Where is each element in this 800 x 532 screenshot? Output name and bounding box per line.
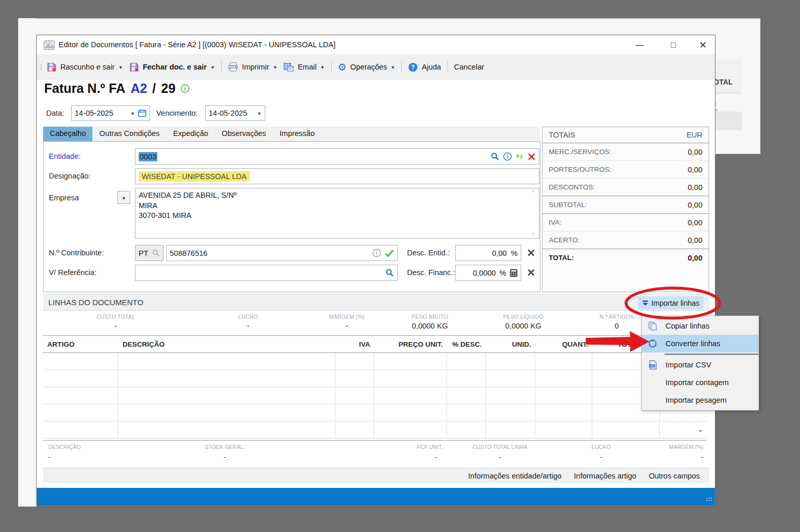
table-cell[interactable]	[486, 404, 535, 421]
desc-financ-input[interactable]: 0,0000 %	[455, 265, 521, 281]
sync-icon[interactable]	[516, 152, 524, 161]
email-dropdown-caret[interactable]: ▼	[320, 64, 325, 70]
table-cell[interactable]	[535, 404, 592, 421]
table-cell[interactable]	[447, 404, 486, 421]
textarea-scroll-up-icon[interactable]: ⌃	[531, 190, 536, 196]
tab-observacoes[interactable]: Observações	[215, 127, 273, 141]
table-cell[interactable]	[486, 387, 535, 404]
empresa-address-textarea[interactable]: AVENIDA 25 DE ABRIL, S/Nº MIRA 3070-301 …	[135, 188, 539, 239]
maximize-button[interactable]: □	[666, 38, 681, 52]
table-cell[interactable]	[335, 404, 374, 421]
col-quant[interactable]: QUANT.	[535, 340, 592, 348]
menu-item-converter-linhas[interactable]: Converter linhas	[642, 335, 758, 352]
col-iva[interactable]: IVA	[335, 340, 374, 348]
table-cell[interactable]	[374, 421, 447, 439]
info-icon[interactable]	[503, 152, 512, 161]
tab-impressao[interactable]: Impressão	[273, 127, 322, 141]
rascunho-e-sair-button[interactable]: Rascunho e sair ▼	[44, 62, 126, 72]
lines-table-body[interactable]	[43, 353, 707, 439]
info-green-icon[interactable]	[181, 84, 189, 93]
entidade-input[interactable]: 0003	[135, 148, 539, 165]
desc-entid-clear-icon[interactable]	[527, 249, 535, 257]
table-cell[interactable]	[335, 370, 374, 387]
table-cell[interactable]	[592, 421, 660, 439]
col-unid[interactable]: UNID.	[486, 340, 535, 348]
referencia-input[interactable]	[135, 265, 398, 281]
menu-item-importar-pesagem[interactable]: Importar pesagem	[642, 391, 758, 409]
table-cell[interactable]	[374, 404, 447, 421]
ajuda-button[interactable]: ? Ajuda	[405, 62, 444, 72]
table-cell[interactable]	[486, 353, 535, 370]
cancelar-button[interactable]: Cancelar	[451, 63, 487, 71]
table-cell[interactable]	[535, 370, 592, 387]
operacoes-button[interactable]: ⚙ Operações ▼	[335, 62, 399, 72]
operacoes-dropdown-caret[interactable]: ▼	[391, 64, 396, 70]
imprimir-button[interactable]: Imprimir ▼	[225, 62, 280, 72]
search-icon[interactable]	[385, 268, 394, 277]
info-gray-icon[interactable]	[372, 249, 381, 257]
fechar-doc-dropdown-caret[interactable]: ▼	[210, 64, 215, 70]
tab-cabecalho[interactable]: Cabeçalho	[43, 127, 92, 141]
desc-financ-clear-icon[interactable]	[527, 268, 535, 277]
imprimir-dropdown-caret[interactable]: ▼	[273, 64, 277, 70]
table-cell[interactable]	[43, 370, 118, 387]
table-cell[interactable]	[374, 353, 447, 370]
table-cell[interactable]	[335, 421, 374, 439]
table-cell[interactable]	[535, 353, 592, 370]
clear-icon[interactable]	[527, 153, 536, 161]
data-input[interactable]: 14-05-2025 ▼	[71, 105, 150, 121]
desc-entid-input[interactable]: 0,00 %	[455, 245, 521, 261]
table-cell[interactable]	[335, 387, 374, 404]
table-cell[interactable]	[118, 404, 335, 421]
table-cell[interactable]	[486, 421, 535, 439]
table-scroll-down-icon[interactable]: ⌄	[697, 425, 704, 434]
col-preco-unit[interactable]: PREÇO UNIT.	[374, 340, 447, 348]
table-cell[interactable]	[447, 370, 486, 387]
contribuinte-input[interactable]: 508876516	[166, 245, 398, 261]
minimize-button[interactable]: —	[632, 38, 647, 52]
fechar-doc-e-sair-button[interactable]: Fechar doc. e sair ▼	[126, 62, 218, 72]
vencimento-input[interactable]: 14-05-2025 ▼	[205, 105, 265, 121]
designacao-input[interactable]: WISEDAT - UNIPESSOAL LDA	[135, 168, 539, 184]
table-cell[interactable]	[486, 370, 535, 387]
resize-grip[interactable]	[706, 497, 713, 504]
table-cell[interactable]	[43, 421, 118, 439]
importar-linhas-button[interactable]: Importar linhas	[638, 296, 703, 309]
search-icon[interactable]	[491, 152, 499, 161]
tab-outras-condicoes[interactable]: Outras Condições	[92, 127, 166, 141]
tab-expedicao[interactable]: Expedição	[166, 127, 215, 141]
empresa-combo-button[interactable]: ▼	[117, 191, 130, 204]
table-cell[interactable]	[535, 421, 592, 439]
email-button[interactable]: Email ▼	[280, 63, 328, 72]
table-cell[interactable]	[118, 421, 335, 439]
calculator-icon[interactable]	[510, 269, 518, 277]
link-outros-campos[interactable]: Outros campos	[649, 472, 700, 480]
menu-item-importar-csv[interactable]: CSV Importar CSV	[642, 356, 758, 374]
table-cell[interactable]	[118, 387, 335, 404]
textarea-scroll-down-icon[interactable]: ⌄	[531, 230, 536, 235]
contribuinte-country-box[interactable]: PT	[135, 245, 164, 261]
table-cell[interactable]	[374, 387, 447, 404]
table-cell[interactable]	[118, 353, 335, 370]
table-cell[interactable]	[43, 387, 118, 404]
vencimento-dropdown-caret[interactable]: ▼	[257, 110, 262, 116]
table-cell[interactable]	[447, 353, 486, 370]
rascunho-dropdown-caret[interactable]: ▼	[118, 64, 123, 70]
link-informacoes-entidade-artigo[interactable]: Informações entidade/artigo	[468, 472, 562, 480]
link-informacoes-artigo[interactable]: Informações artigo	[574, 472, 636, 480]
menu-item-importar-contagem[interactable]: Importar contagem	[642, 374, 758, 391]
table-cell[interactable]	[43, 353, 118, 370]
table-cell[interactable]	[335, 353, 374, 370]
col-artigo[interactable]: ARTIGO	[43, 340, 118, 348]
data-dropdown-caret[interactable]: ▼	[130, 110, 135, 116]
calendar-icon[interactable]	[138, 109, 146, 117]
col-descricao[interactable]: DESCRIÇÃO	[118, 340, 335, 348]
menu-item-copiar-linhas[interactable]: Copiar linhas	[642, 317, 758, 335]
table-cell[interactable]	[43, 404, 118, 421]
table-cell[interactable]	[447, 387, 486, 404]
table-cell[interactable]	[374, 370, 447, 387]
table-cell[interactable]	[118, 370, 335, 387]
table-cell[interactable]	[535, 387, 592, 404]
col-desc-pct[interactable]: % DESC.	[447, 340, 486, 348]
table-cell[interactable]	[447, 421, 486, 439]
